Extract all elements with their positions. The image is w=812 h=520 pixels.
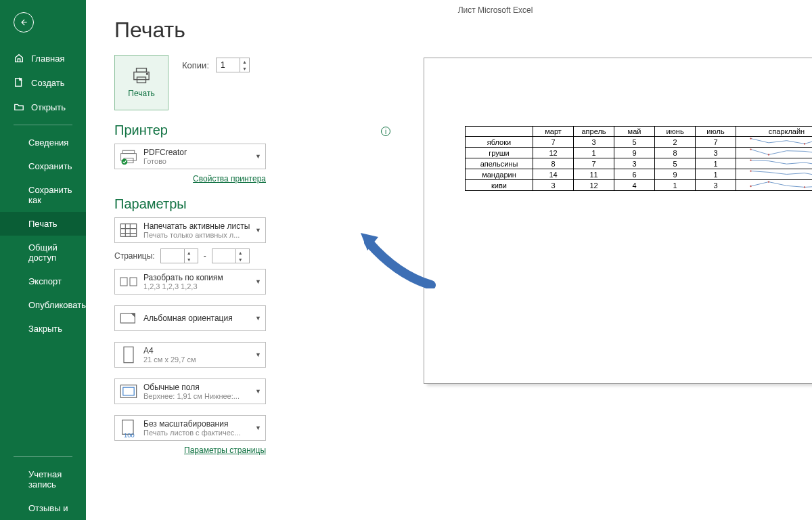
- chevron-down-icon: ▼: [255, 227, 261, 234]
- sidebar-item[interactable]: Сохранить: [0, 154, 86, 178]
- chevron-down-icon: ▼: [255, 351, 261, 358]
- grid-icon: [119, 221, 138, 240]
- copies-label: Копии:: [182, 60, 209, 70]
- sidebar-item-label: Отзывы и: [28, 503, 68, 513]
- new-icon: [14, 77, 24, 88]
- svg-rect-9: [120, 224, 136, 237]
- sidebar-item-label: Опубликовать: [28, 300, 86, 310]
- printer-status-icon: [119, 147, 138, 166]
- print-preview: мартапрельмайиюньиюльспарклайняблоки7352…: [418, 18, 812, 520]
- print-what-combo[interactable]: Напечатать активные листы Печать только …: [114, 217, 266, 243]
- printer-icon: [131, 67, 152, 85]
- printer-name: PDFCreator: [143, 148, 252, 157]
- sidebar-item[interactable]: Отзывы и: [0, 496, 86, 520]
- svg-text:100: 100: [124, 432, 135, 437]
- section-params: Параметры: [114, 196, 390, 212]
- sidebar-item[interactable]: Закрыть: [0, 317, 86, 341]
- sidebar-item-label: Сохранить как: [28, 185, 86, 205]
- pages-label: Страницы:: [114, 251, 155, 261]
- svg-point-8: [122, 159, 128, 165]
- margins-icon: [119, 382, 138, 401]
- sidebar-item[interactable]: Создать: [0, 70, 86, 95]
- chevron-down-icon: ▼: [255, 278, 261, 285]
- margins-combo[interactable]: Обычные поляВерхнее: 1,91 см Нижнее:... …: [114, 378, 266, 404]
- page-to-spinner[interactable]: ▲▼: [212, 248, 250, 263]
- sidebar-item[interactable]: Печать: [0, 212, 86, 236]
- home-icon: [14, 53, 24, 64]
- svg-point-4: [146, 73, 148, 74]
- chevron-down-icon: ▼: [255, 315, 261, 322]
- print-settings: Печать Печать Копии: ▲▼: [114, 18, 390, 520]
- back-button[interactable]: [14, 12, 34, 32]
- spinner-up-icon[interactable]: ▲: [240, 58, 249, 65]
- sidebar-item-label: Экспорт: [28, 276, 62, 286]
- sidebar-item[interactable]: Открыть: [0, 95, 86, 119]
- sidebar-item[interactable]: Сведения: [0, 131, 86, 154]
- svg-rect-13: [124, 347, 133, 362]
- sidebar-item-label: Главная: [31, 53, 64, 64]
- sidebar-item-label: Закрыть: [28, 324, 62, 334]
- spinner-down-icon[interactable]: ▼: [240, 65, 249, 72]
- page-from-spinner[interactable]: ▲▼: [160, 248, 198, 263]
- sidebar-separator: [14, 125, 72, 125]
- sidebar-item-label: Создать: [31, 78, 64, 88]
- sidebar-item[interactable]: Сохранить как: [0, 178, 86, 212]
- sparkline: [736, 180, 812, 191]
- sparkline: [736, 158, 812, 169]
- printer-properties-link[interactable]: Свойства принтера: [193, 174, 266, 183]
- printer-combo[interactable]: PDFCreator Готово ▼: [114, 144, 266, 169]
- info-icon[interactable]: i: [381, 127, 390, 136]
- svg-rect-5: [122, 150, 135, 153]
- sidebar-item[interactable]: Учетная запись: [0, 462, 86, 496]
- svg-point-30: [804, 186, 805, 188]
- sidebar-separator: [14, 456, 72, 457]
- chevron-down-icon: ▼: [255, 388, 261, 395]
- window-title: Лист Microsoft Excel: [86, 5, 812, 15]
- svg-point-21: [750, 148, 751, 150]
- svg-rect-10: [120, 278, 127, 286]
- sidebar-item-label: Учетная запись: [28, 469, 86, 490]
- sparkline: [736, 137, 812, 148]
- svg-point-18: [750, 137, 751, 139]
- svg-point-28: [750, 186, 751, 187]
- page-title: Печать: [114, 18, 390, 43]
- printer-status: Готово: [143, 157, 252, 165]
- svg-rect-11: [130, 278, 137, 286]
- sidebar-item[interactable]: Экспорт: [0, 269, 86, 293]
- scaling-combo[interactable]: 100 Без масштабированияПечать листов с ф…: [114, 415, 266, 441]
- sparkline: [736, 169, 812, 180]
- orientation-icon: [119, 309, 138, 328]
- section-printer: Принтер i: [114, 123, 390, 138]
- print-button-label: Печать: [128, 89, 154, 98]
- open-icon: [14, 102, 24, 112]
- preview-page: мартапрельмайиюньиюльспарклайняблоки7352…: [424, 58, 812, 383]
- svg-point-29: [768, 181, 769, 182]
- sidebar-item-label: Открыть: [31, 102, 66, 112]
- scaling-icon: 100: [119, 418, 138, 437]
- main-area: Лист Microsoft Excel Мар Печать Печать К…: [86, 0, 812, 520]
- chevron-down-icon: ▼: [255, 153, 261, 160]
- svg-point-22: [768, 154, 769, 155]
- sidebar-item-label: Сохранить: [28, 161, 72, 171]
- sidebar-item-label: Общий доступ: [28, 242, 86, 263]
- sparkline: [736, 148, 812, 158]
- collate-icon: [119, 272, 138, 291]
- copies-input[interactable]: [217, 60, 240, 70]
- sidebar-item[interactable]: Общий доступ: [0, 236, 86, 269]
- svg-point-24: [750, 159, 751, 160]
- preview-table: мартапрельмайиюньиюльспарклайняблоки7352…: [465, 126, 812, 191]
- collate-combo[interactable]: Разобрать по копиям1,2,3 1,2,3 1,2,3 ▼: [114, 269, 266, 295]
- paper-size-combo[interactable]: A421 см x 29,7 см ▼: [114, 342, 266, 368]
- sidebar-item[interactable]: Главная: [0, 46, 86, 70]
- copies-spinner[interactable]: ▲▼: [216, 58, 250, 72]
- orientation-combo[interactable]: Альбомная ориентация ▼: [114, 305, 266, 331]
- svg-rect-1: [137, 68, 147, 72]
- chevron-down-icon: ▼: [255, 425, 261, 431]
- page-setup-link[interactable]: Параметры страницы: [184, 446, 266, 455]
- sidebar-item[interactable]: Опубликовать: [0, 293, 86, 317]
- svg-rect-15: [123, 387, 134, 395]
- page-icon: [119, 345, 138, 364]
- print-button[interactable]: Печать: [114, 55, 168, 110]
- svg-point-26: [750, 170, 751, 171]
- svg-point-19: [804, 143, 805, 144]
